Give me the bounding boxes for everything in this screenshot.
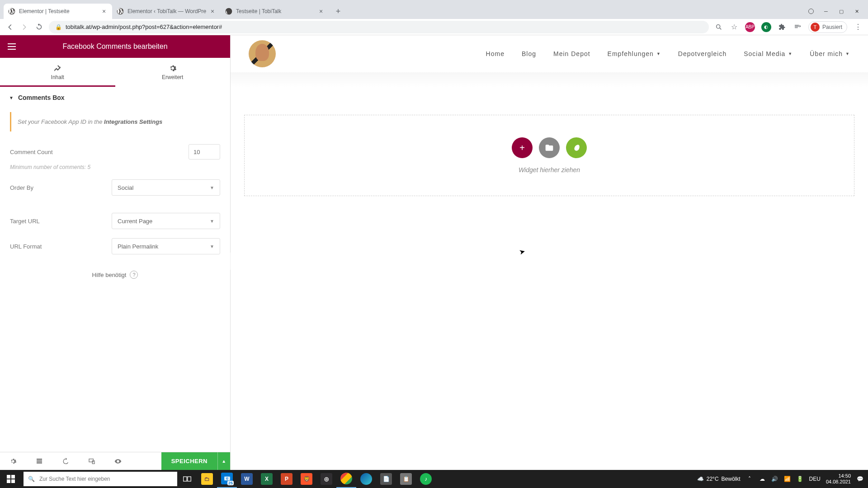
envato-button[interactable] [566,137,587,158]
weather-temp: 22°C [707,476,719,482]
spotify-icon[interactable]: ♪ [416,470,436,488]
order-by-select[interactable]: Social ▼ [112,179,220,196]
save-options-button[interactable]: ▲ [217,452,230,470]
file-explorer-icon[interactable]: 🗀 [197,470,217,488]
profile-pause-pill[interactable]: T Pausiert [808,21,847,33]
sidebar-footer: SPEICHERN ▲ [0,452,230,470]
add-section-button[interactable]: + [512,137,533,158]
new-tab-button[interactable]: + [332,5,344,18]
nav-empfehlungen[interactable]: Empfehlungen▼ [608,50,661,57]
menu-icon[interactable] [6,41,17,52]
close-icon[interactable]: × [317,8,325,15]
volume-icon[interactable]: 🔊 [771,475,778,483]
nav-social[interactable]: Social Media▼ [744,50,793,57]
pause-label: Pausiert [822,24,842,30]
tab-title: Testseite | TobiTalk [236,8,317,14]
navigator-icon[interactable] [26,452,52,470]
word-icon[interactable]: W [237,470,257,488]
url-format-select[interactable]: Plain Permalink ▼ [112,238,220,254]
nav-social-label: Social Media [744,50,785,57]
powerpoint-icon[interactable]: P [277,470,297,488]
extension-abp-icon[interactable]: ABP [745,22,755,32]
minimize-icon[interactable]: ─ [823,8,829,14]
help-link[interactable]: Hilfe benötigt ? [0,259,230,291]
section-title: Comments Box [18,94,65,101]
nav-home[interactable]: Home [486,50,505,57]
preview-icon[interactable] [105,452,131,470]
chevron-down-icon: ▼ [788,52,793,56]
clock-date: 04.08.2021 [826,479,851,485]
bookmark-icon[interactable]: ☆ [730,23,739,32]
search-icon: 🔍 [28,476,35,482]
responsive-icon[interactable] [79,452,105,470]
maximize-icon[interactable]: ▢ [838,8,844,14]
notice-link[interactable]: Integrations Settings [104,118,162,125]
nav-about[interactable]: Über mich▼ [810,50,850,57]
history-icon[interactable] [52,452,79,470]
editor-canvas[interactable]: Home Blog Mein Depot Empfehlungen▼ Depot… [231,35,868,470]
url-input[interactable]: 🔒 tobitalk.at/wp-admin/post.php?post=627… [49,21,709,33]
wordpress-icon [117,8,124,15]
reading-list-icon[interactable] [793,23,802,32]
toolbar-right: ☆ ABP ◐ T Pausiert ⋮ [714,21,863,33]
nav-empf-label: Empfehlungen [608,50,654,57]
browser-tab[interactable]: Elementor ‹ TobiTalk — WordPre × [112,4,221,19]
chrome-icon[interactable] [336,470,356,488]
task-view-icon[interactable] [177,470,197,488]
taskbar-search[interactable]: 🔍 Zur Suche Text hier eingeben [24,472,177,486]
outlook-icon[interactable]: 📧25 [217,470,237,488]
header-shadow [231,72,868,88]
obs-icon[interactable]: ◎ [316,470,336,488]
target-url-select[interactable]: Current Page ▼ [112,213,220,229]
app-icon-1[interactable]: 📄 [376,470,396,488]
tray-chevron-icon[interactable]: ˄ [746,475,753,483]
widget-drop-area[interactable]: + Widget hierher ziehen [244,115,854,196]
close-window-icon[interactable]: ✕ [854,8,860,14]
extensions-icon[interactable] [778,23,787,32]
section-comments-box[interactable]: ▼ Comments Box [0,87,230,108]
nav-depotvergleich[interactable]: Depotvergleich [678,50,726,57]
extension-green-icon[interactable]: ◐ [761,22,771,32]
account-indicator-icon[interactable] [808,9,814,14]
elementor-sidebar: Facebook Comments bearbeiten Inhalt Erwe… [0,35,231,470]
close-icon[interactable]: × [209,8,216,15]
mouse-cursor: ➤ [518,247,526,257]
language-indicator[interactable]: DEU [809,476,821,482]
weather-icon: ☁️ [697,476,704,482]
brave-icon[interactable]: 🦁 [297,470,316,488]
widgets-grid-icon[interactable] [213,41,224,52]
template-library-button[interactable] [539,137,560,158]
site-logo[interactable] [249,40,276,67]
comment-count-input[interactable] [189,144,220,160]
edge-icon[interactable] [356,470,376,488]
nav-blog[interactable]: Blog [522,50,536,57]
reload-icon[interactable] [34,23,43,32]
clock-time: 14:50 [826,473,851,479]
battery-icon[interactable]: 🔋 [797,475,804,483]
browser-tab[interactable]: Testseite | TobiTalk × [221,4,329,19]
weather-widget[interactable]: ☁️ 22°C Bewölkt [697,476,741,482]
onedrive-icon[interactable]: ☁ [759,475,766,483]
nav-depot[interactable]: Mein Depot [553,50,590,57]
comment-count-hint: Minimum number of comments: 5 [0,164,230,175]
field-order-by: Order By Social ▼ [0,175,230,200]
save-button-group: SPEICHERN ▲ [161,452,230,470]
excel-icon[interactable]: X [257,470,277,488]
kebab-menu-icon[interactable]: ⋮ [854,23,863,32]
app-icon-2[interactable]: 📋 [396,470,416,488]
zoom-icon[interactable] [714,23,723,32]
start-button[interactable] [0,470,22,488]
settings-icon[interactable] [0,452,26,470]
notifications-icon[interactable]: 💬 [856,475,863,483]
tab-advanced[interactable]: Erweitert [115,58,231,87]
field-target-url: Target URL Current Page ▼ [0,208,230,234]
save-button[interactable]: SPEICHERN [161,458,217,465]
close-icon[interactable]: × [100,8,108,15]
taskbar-clock[interactable]: 14:50 04.08.2021 [826,473,851,485]
back-icon[interactable] [5,23,14,32]
wifi-icon[interactable]: 📶 [784,475,791,483]
search-placeholder: Zur Suche Text hier eingeben [39,476,110,482]
tab-content[interactable]: Inhalt [0,58,115,87]
tab-title: Elementor ‹ TobiTalk — WordPre [127,8,209,14]
browser-tab-active[interactable]: Elementor | Testseite × [4,4,112,19]
